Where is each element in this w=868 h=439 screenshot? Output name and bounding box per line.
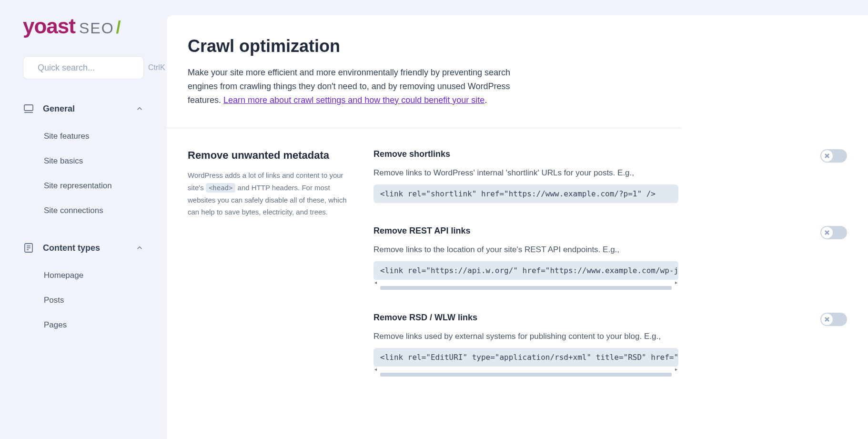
scrollbar[interactable] [380, 286, 672, 290]
nav-items-general: Site features Site basics Site represent… [10, 124, 157, 223]
code-example-wrapper: <link rel="EditURI" type="application/rs… [373, 348, 678, 377]
section-desc-code: <head> [206, 183, 236, 193]
nav-group-label: General [43, 104, 135, 114]
code-example: <link rel="https://api.w.org/" href="htt… [373, 261, 678, 280]
toggle-remove-shortlinks[interactable] [820, 149, 847, 163]
main-content: Crawl optimization Make your site more e… [167, 15, 868, 439]
search-shortcut: CtrlK [148, 63, 165, 72]
monitor-icon [23, 103, 34, 114]
scroll-indicators: ◂▸ [373, 367, 678, 372]
scrollbar[interactable] [380, 373, 672, 377]
sidebar-item-posts[interactable]: Posts [10, 288, 157, 313]
nav-group-label: Content types [43, 243, 135, 253]
sidebar-item-site-connections[interactable]: Site connections [10, 198, 157, 223]
code-example-wrapper: <link rel="https://api.w.org/" href="htt… [373, 261, 678, 290]
toggle-knob [821, 150, 833, 162]
setting-header: Remove REST API links [373, 226, 847, 239]
setting-remove-shortlinks: Remove shortlinks Remove links to WordPr… [373, 149, 847, 203]
section-left: Remove unwanted metadata WordPress adds … [188, 149, 354, 377]
chevron-up-icon [135, 104, 144, 113]
toggle-remove-rsd-wlw-links[interactable] [820, 313, 847, 326]
nav-group-general[interactable]: General [10, 98, 157, 119]
setting-remove-rsd-wlw-links: Remove RSD / WLW links Remove links used… [373, 313, 847, 377]
setting-description: Remove links used by external systems fo… [373, 332, 847, 341]
document-icon [23, 242, 34, 254]
toggle-knob [821, 314, 833, 325]
nav-items-content-types: Homepage Posts Pages [10, 263, 157, 337]
setting-title: Remove shortlinks [373, 149, 450, 159]
nav-group-content-types[interactable]: Content types [10, 237, 157, 258]
section-title: Remove unwanted metadata [188, 149, 354, 162]
sidebar-item-site-features[interactable]: Site features [10, 124, 157, 149]
x-icon [824, 230, 830, 235]
search-box[interactable]: CtrlK [23, 56, 144, 79]
logo-brand: yoast [23, 14, 75, 38]
x-icon [824, 153, 830, 159]
sidebar-item-site-representation[interactable]: Site representation [10, 174, 157, 198]
logo-suffix: SEO [79, 20, 114, 37]
sidebar-item-pages[interactable]: Pages [10, 313, 157, 337]
toggle-knob [821, 227, 833, 238]
search-input[interactable] [38, 63, 148, 73]
code-example: <link rel="shortlink" href="https://www.… [373, 184, 678, 203]
logo: yoast SEO / [23, 14, 157, 38]
setting-title: Remove REST API links [373, 226, 470, 236]
code-example: <link rel="EditURI" type="application/rs… [373, 348, 678, 367]
setting-remove-rest-api-links: Remove REST API links Remove links to th… [373, 226, 847, 290]
x-icon [824, 316, 830, 322]
section-description: WordPress adds a lot of links and conten… [188, 169, 354, 218]
setting-title: Remove RSD / WLW links [373, 313, 477, 323]
page-title: Crawl optimization [188, 36, 660, 56]
scroll-indicators: ◂▸ [373, 280, 678, 285]
logo-slash: / [116, 18, 121, 38]
page-description: Make your site more efficient and more e… [188, 66, 512, 107]
sidebar: yoast SEO / CtrlK General Site features … [0, 0, 167, 439]
section-remove-metadata: Remove unwanted metadata WordPress adds … [167, 128, 868, 398]
page-desc-post: . [484, 95, 487, 105]
setting-description: Remove links to WordPress' internal 'sho… [373, 168, 847, 178]
toggle-remove-rest-api-links[interactable] [820, 226, 847, 239]
setting-header: Remove shortlinks [373, 149, 847, 163]
page-header: Crawl optimization Make your site more e… [167, 15, 681, 128]
learn-more-link[interactable]: Learn more about crawl settings and how … [223, 95, 484, 105]
sidebar-item-homepage[interactable]: Homepage [10, 263, 157, 288]
svg-rect-2 [24, 105, 33, 111]
chevron-up-icon [135, 244, 144, 252]
setting-description: Remove links to the location of your sit… [373, 245, 847, 255]
sidebar-item-site-basics[interactable]: Site basics [10, 149, 157, 174]
section-right: Remove shortlinks Remove links to WordPr… [373, 149, 847, 377]
setting-header: Remove RSD / WLW links [373, 313, 847, 326]
